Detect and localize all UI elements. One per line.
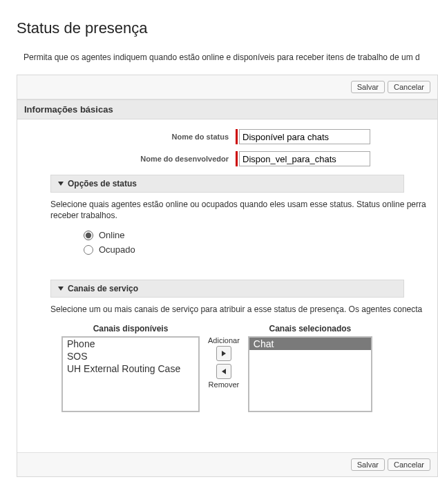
chevron-down-icon: [58, 182, 64, 186]
page-title: Status de presença: [0, 0, 438, 48]
service-channels-title: Canais de serviço: [68, 284, 138, 293]
selected-channels-col: Canais selecionados Chat: [248, 324, 372, 412]
online-radio-label: Online: [99, 230, 125, 240]
chevron-down-icon: [58, 287, 64, 291]
available-channels-listbox[interactable]: Phone SOS UH External Routing Case: [61, 336, 200, 412]
arrow-right-icon: [220, 350, 227, 357]
status-options-content: Selecione quais agentes estão online ou …: [28, 193, 426, 271]
busy-radio-label: Ocupado: [99, 244, 135, 255]
add-label: Adicionar: [208, 336, 240, 345]
selected-channels-listbox[interactable]: Chat: [248, 336, 372, 412]
busy-radio[interactable]: [84, 245, 93, 255]
selected-channels-title: Canais selecionados: [269, 324, 352, 333]
status-name-label: Nome do status: [28, 133, 236, 141]
basic-info-content: Nome do status Nome do desenvolvedor Opç…: [17, 119, 437, 438]
service-channels-desc: Selecione um ou mais canais de serviço p…: [50, 304, 404, 314]
status-name-input[interactable]: [239, 129, 370, 144]
list-item[interactable]: SOS: [63, 350, 198, 362]
picker-buttons-col: Adicionar Remover: [208, 324, 240, 389]
cancel-button[interactable]: Cancelar: [388, 81, 430, 93]
online-radio[interactable]: [84, 231, 93, 240]
available-channels-title: Canais disponíveis: [93, 324, 169, 333]
add-button[interactable]: [216, 346, 231, 361]
busy-radio-row[interactable]: Ocupado: [84, 244, 404, 255]
service-channels-header[interactable]: Canais de serviço: [50, 280, 404, 298]
dual-list-picker: Canais disponíveis Phone SOS UH External…: [50, 324, 404, 412]
service-channels-content: Selecione um ou mais canais de serviço p…: [28, 298, 426, 425]
required-indicator: [236, 129, 238, 144]
status-options-header[interactable]: Opções de status: [50, 175, 404, 193]
developer-name-label: Nome do desenvolvedor: [28, 155, 236, 163]
status-options-desc2: receber trabalhos.: [50, 211, 404, 220]
list-item[interactable]: Chat: [249, 338, 371, 350]
remove-button[interactable]: [216, 364, 231, 379]
status-radio-group: Online Ocupado: [50, 230, 404, 255]
developer-name-row: Nome do desenvolvedor: [28, 151, 426, 166]
status-options-desc: Selecione quais agentes estão online ou …: [50, 200, 404, 209]
required-indicator: [236, 151, 238, 166]
top-button-row: Salvar Cancelar: [17, 75, 437, 99]
status-name-row: Nome do status: [28, 129, 426, 144]
status-options-title: Opções de status: [68, 179, 137, 188]
available-channels-col: Canais disponíveis Phone SOS UH External…: [61, 324, 200, 412]
save-button[interactable]: Salvar: [351, 81, 385, 93]
save-button[interactable]: Salvar: [351, 458, 385, 471]
list-item[interactable]: UH External Routing Case: [63, 362, 198, 375]
developer-name-input[interactable]: [239, 151, 370, 166]
arrow-left-icon: [220, 368, 227, 375]
form-container: Salvar Cancelar Informações básicas Nome…: [17, 75, 438, 477]
bottom-button-row: Salvar Cancelar: [17, 452, 437, 476]
page-description: Permita que os agentes indiquem quando e…: [0, 48, 438, 72]
online-radio-row[interactable]: Online: [84, 230, 404, 240]
basic-info-header: Informações básicas: [17, 99, 437, 119]
cancel-button[interactable]: Cancelar: [388, 458, 430, 471]
list-item[interactable]: Phone: [63, 338, 198, 350]
remove-label: Remover: [209, 380, 240, 389]
